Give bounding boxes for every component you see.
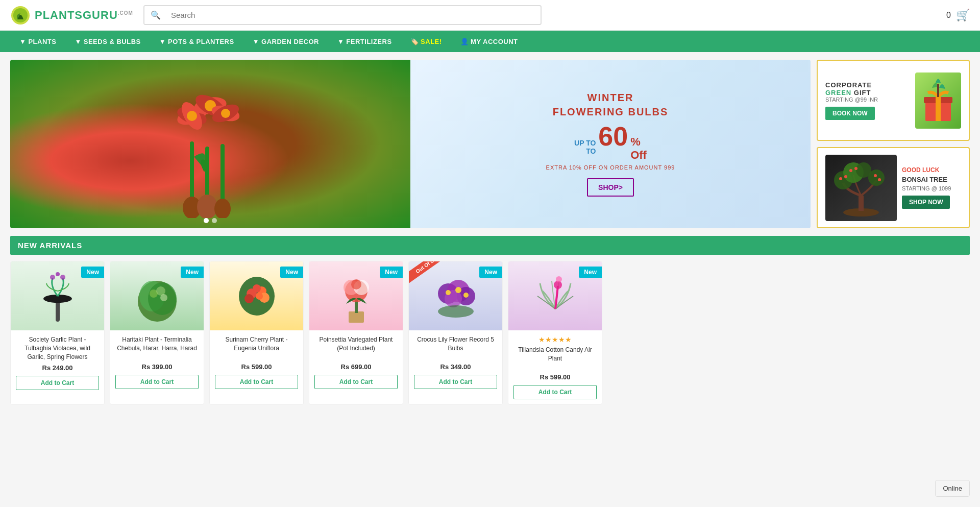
plant-svg-5 (532, 268, 578, 324)
hero-percent: 60 (598, 123, 628, 150)
nav-item-my-account[interactable]: 👤 MY ACCOUNT (451, 31, 527, 52)
hero-banner: WINTER FLOWERING BULBS UP TO TO 60 % Off… (10, 60, 811, 228)
side-banners: CORPORATE GREEN GIFT STARTING @99 INR BO… (817, 60, 970, 228)
header: PLANTSGURU.COM 🔍 0 🛒 (0, 0, 980, 31)
add-to-cart-crocus[interactable]: Add to Cart (414, 375, 497, 389)
add-to-cart-haritaki[interactable]: Add to Cart (115, 375, 199, 389)
svg-point-29 (844, 175, 847, 178)
bonsai-shop-btn[interactable]: SHOP NOW (902, 196, 950, 209)
svg-rect-23 (859, 196, 864, 211)
svg-rect-21 (937, 84, 939, 97)
svg-rect-20 (936, 97, 941, 121)
hero-percent-sign: % (630, 135, 641, 149)
add-to-cart-surinam[interactable]: Add to Cart (215, 375, 298, 389)
add-to-cart-poinsettia[interactable]: Add to Cart (314, 375, 398, 389)
product-image-haritaki: New (110, 261, 204, 330)
search-input[interactable] (167, 7, 541, 23)
hero-extra-offer: EXTRA 10% OFF ON ORDER AMOUNT 999 (546, 164, 675, 171)
product-name-crocus: Crocus Lily Flower Record 5 Bulbs (414, 335, 497, 360)
plant-svg-2 (234, 268, 280, 324)
product-image-poinsettia: New (309, 261, 403, 330)
hero-up-to: UP TO (574, 139, 596, 147)
product-info-tillandsia: ★★★★★ Tillandsia Cotton Candy Air Plant … (508, 330, 602, 404)
logo-icon (10, 5, 31, 26)
product-price-surinam: Rs 599.00 (215, 363, 298, 371)
nav-label-account: MY ACCOUNT (471, 38, 518, 45)
nav-label-plants: PLANTS (28, 38, 56, 45)
product-card-haritaki: New Haritaki Plant - Terminalia Ch (110, 261, 204, 405)
svg-point-30 (874, 174, 877, 177)
product-info-society-garlic: Society Garlic Plant - Tulbaghia Violace… (11, 330, 104, 395)
hero-off: Off (630, 149, 647, 162)
product-price-society-garlic: Rs 249.00 (16, 364, 99, 372)
nav-item-garden-decor[interactable]: ▼ GARDEN DECOR (243, 31, 328, 52)
product-name-society-garlic: Society Garlic Plant - Tulbaghia Violace… (16, 335, 99, 361)
nav-label-seeds: SEEDS & BULBS (84, 38, 141, 45)
product-name-poinsettia: Poinsettia Variegated Plant (Pot Include… (314, 335, 398, 360)
nav-item-fertilizers[interactable]: ▼ FERTILIZERS (328, 31, 401, 52)
corporate-starting: STARTING @99 INR (825, 96, 910, 103)
corporate-book-btn[interactable]: BOOK NOW (825, 107, 875, 120)
product-info-poinsettia: Poinsettia Variegated Plant (Pot Include… (309, 330, 403, 394)
cart-icon[interactable]: 🛒 (956, 9, 970, 22)
product-info-surinam: Surinam Cherry Plant - Eugenia Uniflora … (210, 330, 303, 394)
svg-point-63 (446, 290, 451, 295)
hero-flower-placeholder (10, 60, 410, 228)
new-arrivals-header: NEW ARRIVALS (10, 236, 970, 255)
sale-icon: 🏷️ (410, 38, 419, 45)
bonsai-title: BONSAI TREE (902, 176, 961, 183)
add-to-cart-society-garlic[interactable]: Add to Cart (16, 376, 99, 390)
svg-rect-52 (349, 311, 364, 323)
nav-label-fertilizers: FERTILIZERS (346, 38, 391, 45)
svg-rect-4 (220, 144, 225, 203)
product-badge-new-4: New (380, 267, 403, 278)
nav-bar: ▼ PLANTS ▼ SEEDS & BULBS ▼ POTS & PLANTE… (0, 31, 980, 52)
product-card-society-garlic: New (10, 261, 105, 405)
dot-1[interactable] (204, 218, 209, 223)
hero-section: WINTER FLOWERING BULBS UP TO TO 60 % Off… (10, 60, 970, 228)
svg-point-7 (214, 199, 231, 218)
cart-count: 0 (946, 11, 951, 20)
svg-point-11 (187, 111, 197, 121)
nav-arrow-seeds: ▼ (75, 38, 81, 45)
hero-to: TO (586, 147, 596, 155)
svg-point-64 (455, 287, 461, 293)
dot-2[interactable] (212, 218, 217, 223)
hero-title-line1: WINTER (587, 92, 634, 104)
plant-svg-4 (433, 268, 479, 324)
nav-item-sale[interactable]: 🏷️ SALE! (401, 31, 451, 52)
nav-item-plants[interactable]: ▼ PLANTS (10, 31, 65, 52)
hero-shop-button[interactable]: SHOP> (587, 178, 634, 197)
nav-item-pots-planters[interactable]: ▼ POTS & PLANTERS (150, 31, 243, 52)
nav-label-pots: POTS & PLANTERS (168, 38, 234, 45)
product-card-tillandsia: New (508, 261, 602, 405)
svg-point-67 (556, 276, 562, 282)
plant-svg-3 (333, 268, 379, 324)
svg-point-32 (849, 169, 852, 172)
nav-item-seeds-bulbs[interactable]: ▼ SEEDS & BULBS (65, 31, 150, 52)
nav-label-garden: GARDEN DECOR (261, 38, 319, 45)
logo-text: PLANTSGURU.COM (35, 9, 133, 22)
logo-area[interactable]: PLANTSGURU.COM (10, 5, 133, 26)
svg-point-48 (253, 284, 261, 293)
nav-arrow-plants: ▼ (19, 38, 26, 45)
svg-point-62 (438, 305, 474, 318)
svg-point-51 (256, 293, 263, 300)
svg-point-27 (856, 162, 871, 178)
bonsai-good-luck: GOOD LUCK (902, 166, 961, 174)
bonsai-banner: GOOD LUCK BONSAI TREE STARTING @ 1099 SH… (817, 147, 970, 228)
svg-point-50 (244, 294, 254, 303)
svg-point-44 (160, 294, 167, 301)
svg-rect-3 (205, 147, 209, 203)
product-badge-new-6: New (579, 267, 602, 278)
hero-offer: UP TO TO 60 % Off (574, 123, 647, 162)
product-image-society-garlic: New (11, 261, 104, 330)
product-price-crocus: Rs 349.00 (414, 363, 497, 371)
corporate-gift-banner: CORPORATE GREEN GIFT STARTING @99 INR BO… (817, 60, 970, 141)
plant-svg-0 (37, 268, 78, 324)
corporate-green-gift: GREEN GIFT (825, 89, 910, 96)
bonsai-text: GOOD LUCK BONSAI TREE STARTING @ 1099 SH… (902, 166, 961, 209)
corporate-gift-image (915, 73, 961, 129)
add-to-cart-tillandsia[interactable]: Add to Cart (513, 385, 597, 399)
search-button[interactable]: 🔍 (144, 6, 167, 24)
